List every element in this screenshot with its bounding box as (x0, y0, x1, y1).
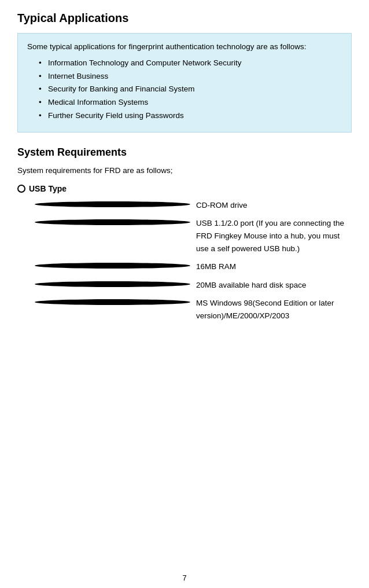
section2-title: System Requirements (17, 146, 352, 159)
bullet-dot (35, 201, 190, 207)
bullet-text: USB 1.1/2.0 port (If you are connecting … (196, 217, 352, 255)
section2-intro: System requirements for FRD are as follo… (17, 164, 352, 177)
list-item: Security for Banking and Financial Syste… (39, 83, 342, 96)
highlight-intro: Some typical applications for fingerprin… (27, 41, 342, 53)
list-item: MS Windows 98(Second Edition or later ve… (35, 297, 352, 322)
bullet-dot (35, 219, 190, 225)
list-item: CD-ROM drive (35, 199, 352, 212)
usb-type-label: USB Type (17, 184, 352, 193)
page-title: Typical Applications (17, 12, 352, 25)
bullet-text: 16MB RAM (196, 260, 352, 273)
bullet-text: CD-ROM drive (196, 199, 352, 212)
usb-label-text: USB Type (29, 184, 67, 193)
list-item: Internet Business (39, 70, 342, 83)
bullet-dot (35, 281, 190, 287)
bullet-text: 20MB available hard disk space (196, 279, 352, 292)
bullet-text: MS Windows 98(Second Edition or later ve… (196, 297, 352, 322)
list-item: 20MB available hard disk space (35, 279, 352, 292)
bullet-dot (35, 263, 190, 269)
list-item: Medical Information Systems (39, 96, 342, 109)
list-item: Information Technology and Computer Netw… (39, 57, 342, 70)
bullet-dot (35, 299, 190, 305)
list-item: Further Security Field using Passwords (39, 109, 342, 123)
list-item: USB 1.1/2.0 port (If you are connecting … (35, 217, 352, 255)
highlight-box: Some typical applications for fingerprin… (17, 33, 352, 133)
list-item: 16MB RAM (35, 260, 352, 273)
bullet-list: CD-ROM drive USB 1.1/2.0 port (If you ar… (17, 199, 352, 322)
circle-icon (17, 185, 25, 193)
page-number: 7 (17, 574, 352, 582)
page-wrapper: Typical Applications Some typical applic… (17, 12, 352, 588)
highlight-list: Information Technology and Computer Netw… (27, 57, 342, 123)
